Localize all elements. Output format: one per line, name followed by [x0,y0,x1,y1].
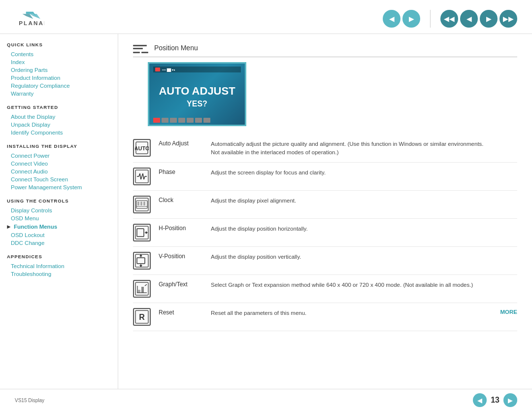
vposition-name: V-Position [159,252,203,260]
icon-line-3 [133,52,140,53]
clock-desc: Adjust the display pixel alignment. [211,196,490,205]
graphtext-more [498,280,517,281]
preview-top-dot [155,68,160,71]
sidebar-item-about-display[interactable]: About the Display [7,113,111,121]
auto-adjust-more [498,139,517,140]
sidebar-item-identify-components[interactable]: Identify Components [7,129,111,137]
svg-rect-19 [140,202,142,206]
preview-icon-1 [153,118,160,123]
footer-next-button[interactable]: ▶ [503,393,517,407]
phase-name: Phase [159,168,203,175]
sidebar-item-troubleshooting[interactable]: Troubleshooting [7,270,111,278]
prev-button[interactable]: ◀ [383,10,400,28]
sidebar-item-function-menus[interactable]: ► Function Menus [7,222,111,231]
auto-adjust-desc: Automatically adjust the picture quality… [211,139,490,157]
quick-links-title: QUICK LINKS [7,42,111,47]
preview-icon-2 [162,118,168,123]
preview-bar-text: ━━ ██ ♥♦ [162,68,175,71]
preview-top-bar: ━━ ██ ♥♦ [153,67,241,72]
svg-marker-24 [146,231,148,234]
menu-row-graphtext: Graph/Text Select Graph or Text expansio… [133,275,517,303]
sidebar-item-connect-touch[interactable]: Connect Touch Screen [7,175,111,183]
svg-rect-34 [141,287,144,293]
footer-prev-button[interactable]: ◀ [473,393,487,407]
preview-icon-6 [195,118,202,123]
svg-line-12 [143,173,144,179]
main-content: QUICK LINKS Contents Index Ordering Part… [0,34,532,389]
getting-started-title: GETTING STARTED [7,104,111,110]
page-header: Position Menu [133,44,517,57]
reset-more[interactable]: MORE [498,308,517,315]
sidebar-item-technical-info[interactable]: Technical Information [7,262,111,270]
footer-page-nav: ◀ 13 ▶ [473,393,517,407]
graphtext-name: Graph/Text [159,280,203,288]
navigation-buttons: ◀ ▶ ◀◀ ◀ ▶ ▶▶ [383,10,517,28]
installing-title: INSTALLING THE DISPLAY [7,143,111,149]
preview-main-text: AUTO ADJUST [159,85,235,98]
svg-line-13 [144,176,145,179]
sidebar-item-osd-menu[interactable]: OSD Menu [7,214,111,222]
sidebar-item-connect-audio[interactable]: Connect Audio [7,168,111,175]
top-bar: PLANAR ◀ ▶ ◀◀ ◀ ▶ ▶▶ [0,0,532,34]
menu-row-reset: R Reset Reset all the parameters of this… [133,303,517,331]
vposition-icon [133,252,151,270]
svg-text:PLANAR: PLANAR [19,20,44,26]
sidebar-item-power-mgmt[interactable]: Power Management System [7,183,111,191]
sidebar-item-warranty[interactable]: Warranty [7,90,111,98]
reset-desc: Reset all the parameters of this menu. [211,308,490,317]
display-preview: ━━ ██ ♥♦ AUTO ADJUST YES? [148,62,246,126]
prev-next-group: ◀ ▶ [383,10,420,28]
first-last-group: ◀◀ ◀ ▶ ▶▶ [440,10,517,28]
preview-icon-3 [170,118,177,123]
svg-rect-26 [137,258,145,264]
sidebar-item-unpack-display[interactable]: Unpack Display [7,121,111,129]
first-button[interactable]: ◀◀ [440,10,458,28]
svg-rect-22 [137,229,144,237]
preview-icon-5 [187,118,194,123]
prev-section-button[interactable]: ◀ [460,10,478,28]
reset-name: Reset [159,308,203,316]
sidebar-item-connect-power[interactable]: Connect Power [7,152,111,160]
sidebar-item-product-info[interactable]: Product Information [7,74,111,82]
hposition-icon [133,224,151,241]
menu-row-auto-adjust: AUTO Auto Adjust Automatically adjust th… [133,134,517,163]
reset-icon: R [133,308,151,326]
last-button[interactable]: ▶▶ [499,10,517,28]
next-button[interactable]: ▶ [402,10,420,28]
phase-desc: Adjust the screen display for focus and … [211,168,490,177]
hposition-more [498,224,517,225]
sidebar-item-regulatory[interactable]: Regulatory Compliance [7,82,111,90]
svg-line-10 [141,176,142,179]
sidebar: QUICK LINKS Contents Index Ordering Part… [0,34,118,389]
footer-bar: VS15 Display ◀ 13 ▶ [0,389,532,411]
graphtext-icon [133,280,151,298]
icon-line-4 [141,52,148,53]
using-title: USING THE CONTROLS [7,198,111,204]
svg-rect-18 [137,202,139,206]
svg-line-9 [140,173,141,179]
clock-icon [133,196,151,213]
sidebar-item-osd-lockout[interactable]: OSD Lockout [7,231,111,239]
svg-text:AUTO: AUTO [135,145,149,151]
preview-bottom-icons [153,118,241,123]
sidebar-item-ordering-parts[interactable]: Ordering Parts [7,66,111,74]
header-icon [133,45,148,53]
svg-line-36 [145,284,147,286]
graphtext-desc: Select Graph or Text expansion method wh… [211,280,490,289]
next-section-button[interactable]: ▶ [480,10,498,28]
menu-row-vposition: V-Position Adjust the display position v… [133,247,517,275]
phase-more [498,168,517,169]
svg-text:R: R [139,313,145,321]
product-name: VS15 Display [15,398,44,403]
sidebar-item-ddc-change[interactable]: DDC Change [7,239,111,247]
sidebar-item-index[interactable]: Index [7,58,111,66]
sidebar-item-display-controls[interactable]: Display Controls [7,206,111,214]
hposition-name: H-Position [159,224,203,232]
sidebar-item-connect-video[interactable]: Connect Video [7,160,111,168]
menu-row-phase: Phase Adjust the screen display for focu… [133,163,517,191]
vposition-desc: Adjust the display position vertically. [211,252,490,261]
svg-rect-20 [143,202,145,206]
footer-page-number: 13 [491,396,499,405]
clock-name: Clock [159,196,203,204]
sidebar-item-contents[interactable]: Contents [7,50,111,58]
